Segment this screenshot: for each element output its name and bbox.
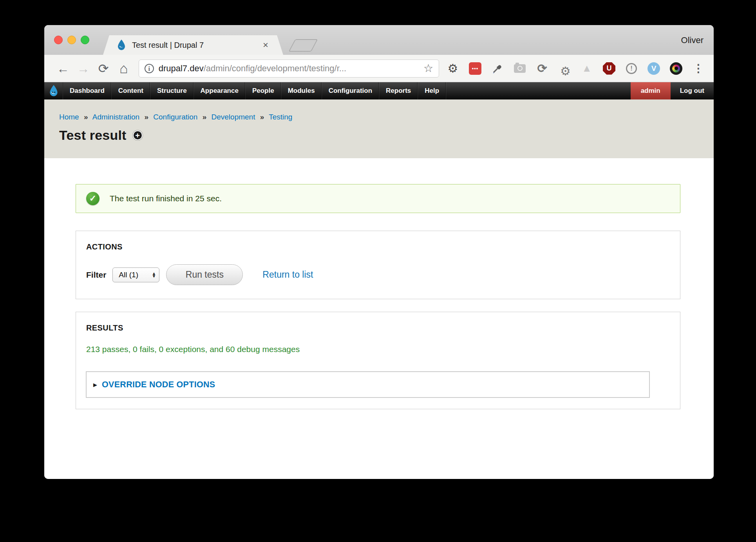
forward-icon: → — [73, 62, 94, 75]
results-legend: RESULTS — [86, 323, 670, 332]
status-ok-icon: ✓ — [86, 192, 99, 205]
url-domain: drupal7.dev — [159, 63, 204, 73]
address-bar[interactable]: i drupal7.dev/admin/config/development/t… — [139, 60, 439, 78]
results-summary: 213 passes, 0 fails, 0 exceptions, and 6… — [86, 345, 670, 354]
browser-menu-icon[interactable]: ⋮ — [692, 62, 705, 75]
select-stepper-icon: ▲▼ — [152, 272, 156, 278]
toolbar-item-structure[interactable]: Structure — [150, 82, 194, 99]
url-path: /admin/config/development/testing/r... — [204, 63, 346, 73]
password-manager-icon[interactable]: ••• — [468, 62, 482, 75]
page-title: Test result — [59, 128, 127, 143]
dark-gear-icon[interactable]: ⚙ — [558, 62, 571, 75]
session-refresh-icon[interactable]: ⟳ — [535, 62, 549, 75]
window-controls — [54, 36, 89, 44]
filter-label: Filter — [86, 270, 106, 280]
vimium-icon[interactable]: V — [647, 62, 660, 75]
camera-icon[interactable] — [513, 62, 526, 75]
return-to-list-link[interactable]: Return to list — [262, 269, 313, 280]
collapsed-caret-icon: ▶ — [93, 382, 97, 388]
toolbar-item-dashboard[interactable]: Dashboard — [63, 82, 112, 99]
drupal-favicon-icon — [116, 39, 127, 51]
breadcrumb-configuration[interactable]: Configuration — [153, 113, 197, 121]
new-tab-button[interactable] — [288, 39, 318, 52]
breadcrumb-testing[interactable]: Testing — [269, 113, 292, 121]
filter-select[interactable]: All (1) ▲▼ — [112, 267, 159, 282]
breadcrumb-administration[interactable]: Administration — [92, 113, 139, 121]
status-message: ✓ The test run finished in 25 sec. — [76, 184, 680, 213]
browser-tab[interactable]: Test result | Drupal 7 × — [103, 35, 283, 55]
eyedropper-icon[interactable] — [491, 62, 504, 75]
actions-legend: ACTIONS — [86, 242, 670, 251]
tab-title: Test result | Drupal 7 — [132, 41, 261, 50]
toolbar-user-admin[interactable]: admin — [631, 82, 671, 99]
back-icon[interactable]: ← — [53, 62, 73, 75]
breadcrumb-separator: » — [260, 113, 264, 121]
main-content: ✓ The test run finished in 25 sec. ACTIO… — [44, 158, 714, 479]
toolbar-item-appearance[interactable]: Appearance — [194, 82, 246, 99]
breadcrumb-separator: » — [84, 113, 88, 121]
breadcrumb-home[interactable]: Home — [59, 113, 79, 121]
drive-triangle-icon[interactable]: ▲ — [580, 62, 593, 75]
page-info-icon[interactable]: i — [145, 64, 154, 73]
toolbar-item-people[interactable]: People — [246, 82, 281, 99]
browser-window: Test result | Drupal 7 × Oliver ← → ⟳ ⌂ … — [44, 25, 714, 479]
reload-icon[interactable]: ⟳ — [93, 62, 114, 75]
add-shortcut-icon[interactable]: + — [133, 130, 143, 140]
breadcrumb-separator: » — [203, 113, 207, 121]
toolbar-item-modules[interactable]: Modules — [281, 82, 322, 99]
close-window-button[interactable] — [54, 36, 63, 44]
ublock-icon[interactable]: U — [602, 62, 616, 75]
settings-gear-icon[interactable]: ⚙ — [446, 62, 459, 75]
drupal-admin-toolbar: Dashboard Content Structure Appearance P… — [44, 82, 714, 99]
toolbar-logout[interactable]: Log out — [671, 82, 714, 99]
toolbar-item-help[interactable]: Help — [418, 82, 446, 99]
zoom-window-button[interactable] — [81, 36, 89, 44]
browser-toolbar: ← → ⟳ ⌂ i drupal7.dev/admin/config/devel… — [44, 55, 714, 82]
extension-icons: ⚙ ••• ⟳ ⚙ ▲ U ! V ⋮ — [446, 62, 705, 75]
breadcrumb: Home » Administration » Configuration » … — [59, 113, 714, 121]
tab-close-icon[interactable]: × — [261, 40, 270, 51]
toolbar-item-configuration[interactable]: Configuration — [322, 82, 379, 99]
drupal-logo-icon[interactable] — [44, 82, 63, 99]
bookmark-star-icon[interactable]: ☆ — [423, 62, 433, 75]
status-message-text: The test run finished in 25 sec. — [110, 194, 222, 203]
run-tests-button[interactable]: Run tests — [166, 264, 243, 285]
toolbar-item-reports[interactable]: Reports — [379, 82, 418, 99]
url-text[interactable]: drupal7.dev/admin/config/development/tes… — [159, 63, 420, 74]
results-fieldset: RESULTS 213 passes, 0 fails, 0 exception… — [76, 312, 680, 409]
override-node-options-section[interactable]: ▶ OVERRIDE NODE OPTIONS — [86, 371, 650, 398]
toolbar-item-content[interactable]: Content — [112, 82, 150, 99]
minimize-window-button[interactable] — [67, 36, 76, 44]
breadcrumb-development[interactable]: Development — [211, 113, 255, 121]
actions-fieldset: ACTIONS Filter All (1) ▲▼ Run tests Retu… — [76, 231, 680, 299]
titlebar: Test result | Drupal 7 × Oliver — [44, 25, 714, 55]
filter-select-value: All (1) — [119, 271, 152, 279]
breadcrumb-separator: » — [144, 113, 148, 121]
override-node-options-link[interactable]: OVERRIDE NODE OPTIONS — [102, 380, 215, 390]
circle-key-icon[interactable]: ! — [625, 62, 638, 75]
home-icon[interactable]: ⌂ — [114, 61, 134, 76]
page-header: Home » Administration » Configuration » … — [44, 99, 714, 158]
browser-profile-name: Oliver — [681, 35, 704, 45]
camera-lens-icon[interactable] — [669, 62, 683, 75]
